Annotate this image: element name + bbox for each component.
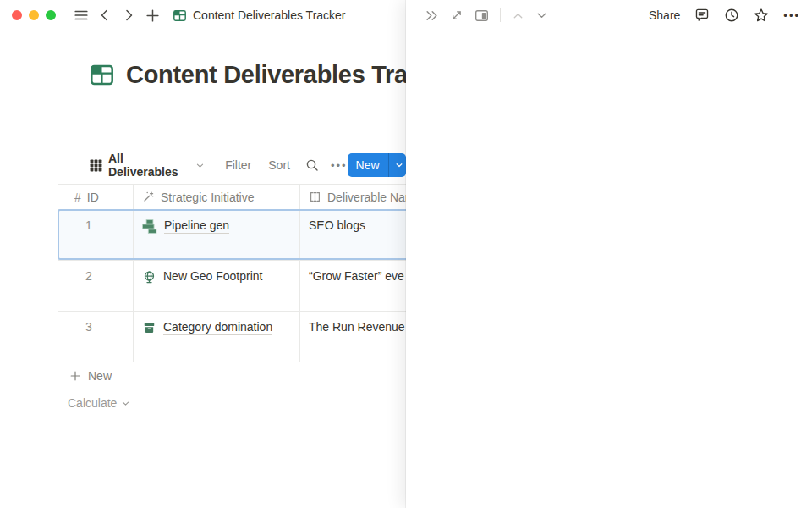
view-tab-all-deliverables[interactable]: All Deliverables xyxy=(89,152,205,179)
calculate-label: Calculate xyxy=(68,396,117,410)
filter-button[interactable]: Filter xyxy=(225,158,251,172)
search-icon[interactable] xyxy=(305,158,319,172)
table-view-icon xyxy=(89,158,103,173)
back-button[interactable] xyxy=(95,5,115,25)
open-as-page-icon[interactable] xyxy=(425,8,439,23)
cell-strategic-initiative[interactable]: Category domination xyxy=(134,312,300,362)
page-link[interactable]: Category domination xyxy=(163,320,272,335)
page-table-icon-large[interactable] xyxy=(89,62,115,88)
new-button-chevron-icon[interactable] xyxy=(388,153,406,177)
expand-icon[interactable] xyxy=(450,8,464,22)
page-header: Content Deliverables Tracker xyxy=(89,61,457,89)
minimize-window-button[interactable] xyxy=(29,10,39,20)
side-peek-icon[interactable] xyxy=(475,8,489,23)
tab-title: Content Deliverables Tracker xyxy=(193,8,346,22)
plus-icon xyxy=(69,370,81,382)
toolbar-divider xyxy=(500,8,501,22)
more-options-icon[interactable]: ••• xyxy=(783,9,800,22)
forward-button[interactable] xyxy=(118,5,139,25)
column-label: ID xyxy=(87,190,99,204)
comments-icon[interactable] xyxy=(694,8,710,23)
cell-id[interactable]: 2 xyxy=(58,261,134,311)
globe-icon xyxy=(142,270,156,284)
column-header-strategic-initiative[interactable]: Strategic Initiative xyxy=(134,185,300,209)
new-button-label[interactable]: New xyxy=(348,153,388,177)
text-icon xyxy=(309,190,321,203)
chevron-down-icon xyxy=(121,399,130,408)
cell-strategic-initiative[interactable]: Pipeline gen xyxy=(134,210,300,260)
share-button[interactable]: Share xyxy=(649,8,680,22)
next-record-icon[interactable] xyxy=(535,9,548,22)
previous-record-icon[interactable] xyxy=(512,9,524,22)
page-link[interactable]: New Geo Footprint xyxy=(163,269,263,284)
view-name: All Deliverables xyxy=(108,152,190,179)
record-peek-panel: Share ••• Pipeline gen Deliverable xyxy=(406,0,812,508)
window-topbar: Content Deliverables Tracker xyxy=(0,0,406,30)
sort-button[interactable]: Sort xyxy=(268,158,290,172)
zoom-window-button[interactable] xyxy=(46,10,56,20)
hash-icon: # xyxy=(74,191,81,203)
new-row-label: New xyxy=(88,369,112,383)
cell-id[interactable]: 3 xyxy=(58,312,134,362)
archive-icon xyxy=(142,321,156,335)
new-record-button[interactable]: New xyxy=(348,153,406,177)
window-controls xyxy=(12,10,56,20)
updates-clock-icon[interactable] xyxy=(724,8,739,23)
favorite-star-icon[interactable] xyxy=(754,8,769,23)
new-tab-button[interactable] xyxy=(142,5,162,25)
column-header-id[interactable]: # ID xyxy=(58,185,134,209)
current-tab[interactable]: Content Deliverables Tracker xyxy=(173,8,346,23)
column-label: Strategic Initiative xyxy=(161,190,255,204)
page-table-icon xyxy=(173,8,187,23)
view-bar: All Deliverables Filter Sort ••• New xyxy=(89,152,406,178)
wand-icon xyxy=(142,190,155,203)
close-window-button[interactable] xyxy=(12,10,22,20)
peek-topbar: Share ••• xyxy=(406,0,812,30)
view-more-icon[interactable]: ••• xyxy=(331,159,348,172)
pipeline-bars-icon xyxy=(142,219,157,234)
chevron-down-icon xyxy=(195,161,205,170)
hamburger-menu-icon[interactable] xyxy=(71,5,91,25)
cell-id[interactable]: 1 xyxy=(58,210,134,260)
cell-strategic-initiative[interactable]: New Geo Footprint xyxy=(134,261,300,311)
page-link[interactable]: Pipeline gen xyxy=(164,218,229,234)
